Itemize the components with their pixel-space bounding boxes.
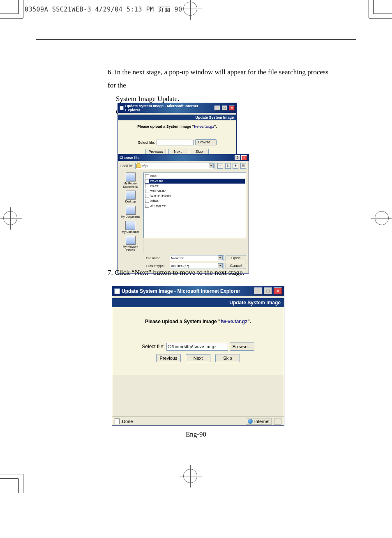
- banner: Update System Image: [112, 298, 284, 307]
- step7-text: 7. Click “Next” button to move to the ne…: [108, 266, 338, 279]
- up-folder-icon[interactable]: ⇧: [225, 163, 231, 169]
- page-icon: [115, 418, 120, 424]
- minimize-button[interactable]: _: [254, 287, 262, 294]
- page-top-rule: [36, 39, 356, 40]
- upload-message: Please upload a System Image "fw-ve.tar.…: [121, 124, 233, 129]
- file-icon: [145, 174, 149, 178]
- dropdown-icon[interactable]: ▾: [209, 163, 214, 168]
- minimize-button[interactable]: _: [214, 106, 220, 110]
- crop-mark: [23, 0, 23, 18]
- documents-icon: [126, 206, 136, 215]
- next-button[interactable]: Next: [186, 354, 210, 362]
- crop-mark: [18, 0, 19, 14]
- status-done: Done: [122, 419, 133, 424]
- ie-titlebar[interactable]: Update System Image - Microsoft Internet…: [118, 103, 236, 113]
- upload-pane: Please upload a System Image "fw-ve.tar.…: [118, 120, 236, 158]
- new-folder-icon[interactable]: ✳: [233, 163, 238, 169]
- maximize-button[interactable]: □: [264, 287, 272, 294]
- close-button[interactable]: ×: [274, 287, 282, 294]
- ie-title-text: Update System Image - Microsoft Internet…: [122, 288, 240, 294]
- browse-button[interactable]: Browse...: [195, 139, 217, 145]
- step6-line1: 6. In the next stage, a pop-up window wi…: [108, 66, 338, 92]
- crop-mark: [0, 478, 18, 479]
- select-file-label: Select file:: [138, 140, 155, 145]
- choose-file-dialog: Choose file ? × Look in: tftp ▾ ← ⇧ ✳ ▤ …: [118, 154, 249, 274]
- places-documents[interactable]: My Documents: [121, 206, 140, 218]
- select-file-input[interactable]: [157, 140, 194, 145]
- recent-icon: [126, 172, 136, 182]
- figure2-ie-window: Update System Image - Microsoft Internet…: [112, 286, 284, 426]
- previous-button[interactable]: Previous: [156, 354, 181, 362]
- folder-icon: [136, 164, 141, 168]
- dialog-title-text: Choose file: [120, 156, 140, 160]
- dialog-toolbar: ← ⇧ ✳ ▤: [217, 163, 246, 169]
- file-item[interactable]: zimage-ve: [145, 203, 245, 208]
- crop-mark: [18, 479, 19, 493]
- ie-page-icon: [114, 288, 120, 294]
- open-button[interactable]: Open: [226, 255, 246, 261]
- file-icon: [145, 189, 149, 193]
- file-item[interactable]: rfs-ve: [145, 184, 245, 189]
- status-zone: Internet: [246, 418, 272, 425]
- lookin-value: tftp: [143, 164, 148, 168]
- places-desktop[interactable]: Desktop: [125, 191, 136, 203]
- network-icon: [126, 236, 136, 245]
- places-network[interactable]: My Network Places: [119, 236, 142, 251]
- crop-mark: [373, 0, 374, 14]
- registration-mark: [375, 211, 389, 225]
- close-button[interactable]: ×: [229, 106, 235, 110]
- computer-icon: [125, 221, 135, 230]
- upload-message: Please upload a System Image "fw-ve.tar.…: [119, 319, 277, 324]
- filename-input[interactable]: fw-ve.tar▾: [170, 255, 224, 261]
- desktop-icon: [126, 191, 136, 200]
- ie-page-icon: [120, 106, 124, 110]
- back-icon[interactable]: ←: [217, 163, 223, 169]
- crop-mark: [369, 18, 392, 18]
- crop-mark: [374, 14, 392, 14]
- printer-header: 03509A SSC21WEB-3 4/29/04 5:13 PM 页面 90: [25, 6, 182, 14]
- browse-button[interactable]: Browse...: [230, 343, 254, 351]
- dropdown-icon[interactable]: ▾: [218, 255, 223, 260]
- status-bar: Done Internet: [112, 416, 284, 425]
- registration-mark: [3, 211, 17, 225]
- file-icon: [145, 179, 149, 183]
- file-icon: [145, 204, 149, 208]
- figure1-ie-window: Update System Image - Microsoft Internet…: [118, 103, 237, 159]
- lookin-label: Look in:: [120, 164, 134, 168]
- file-item[interactable]: bios: [145, 174, 245, 179]
- page-number: Eng-90: [0, 430, 392, 439]
- select-file-label: Select file:: [142, 344, 164, 349]
- status-grip: [274, 418, 281, 425]
- lookin-combo[interactable]: tftp ▾: [135, 163, 215, 169]
- file-list[interactable]: bios fw-ve.tar rfs-ve web-ve.tar WinTFTP…: [143, 172, 246, 238]
- places-computer[interactable]: My Computer: [122, 221, 139, 234]
- views-icon[interactable]: ▤: [240, 163, 246, 169]
- file-icon: [145, 194, 149, 198]
- file-item[interactable]: xdata: [145, 198, 245, 203]
- registration-mark: [183, 469, 197, 483]
- file-item[interactable]: web-ve.tar: [145, 189, 245, 193]
- registration-mark: [183, 2, 197, 16]
- crop-mark: [23, 474, 23, 493]
- file-item[interactable]: WinTFTPServ: [145, 193, 245, 198]
- places-recent[interactable]: My Recent Documents: [119, 172, 142, 188]
- dialog-titlebar[interactable]: Choose file ? ×: [118, 154, 249, 161]
- ie-title-text: Update System Image - Microsoft Internet…: [125, 104, 211, 112]
- file-icon: [145, 184, 149, 188]
- upload-pane: Please upload a System Image "fw-ve.tar.…: [112, 307, 284, 375]
- skip-button[interactable]: Skip: [215, 354, 240, 362]
- file-item-selected[interactable]: fw-ve.tar: [145, 179, 245, 184]
- crop-mark: [0, 14, 18, 14]
- file-icon: [145, 199, 149, 203]
- globe-icon: [248, 419, 253, 424]
- crop-mark: [0, 18, 23, 18]
- ie-titlebar[interactable]: Update System Image - Microsoft Internet…: [112, 286, 284, 296]
- places-bar: My Recent Documents Desktop My Documents…: [118, 171, 143, 253]
- crop-mark: [0, 474, 23, 474]
- select-file-input[interactable]: [166, 343, 228, 351]
- maximize-button[interactable]: □: [222, 106, 228, 110]
- help-button[interactable]: ?: [235, 155, 240, 160]
- filename-label: File name:: [146, 256, 168, 260]
- dialog-close-button[interactable]: ×: [241, 155, 247, 160]
- crop-mark: [369, 0, 369, 18]
